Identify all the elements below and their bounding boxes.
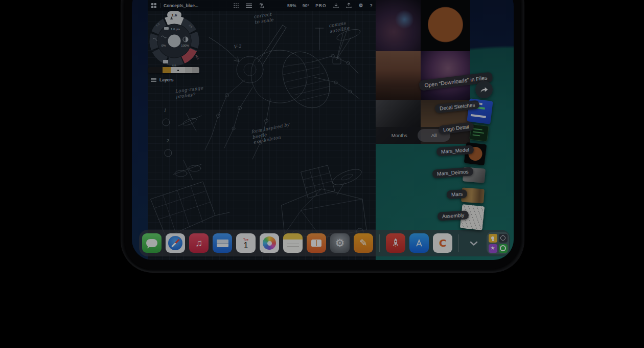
drag-and-drop-layer: Open “Downloads” in Files Decal Sketches xyxy=(132,0,514,260)
page-background: Concepts_blue... 59% 90° xyxy=(0,0,644,348)
file-label-assembly[interactable]: Assembly xyxy=(438,210,469,221)
file-label-mars[interactable]: Mars xyxy=(446,189,467,200)
ipad-screen: Concepts_blue... 59% 90° xyxy=(132,0,514,260)
forward-arrow-icon xyxy=(479,85,489,94)
file-label-logo-detail[interactable]: Logo Detail xyxy=(438,122,474,135)
ipad-device-frame: Concepts_blue... 59% 90° xyxy=(121,0,524,272)
share-forward-button[interactable] xyxy=(475,81,493,98)
